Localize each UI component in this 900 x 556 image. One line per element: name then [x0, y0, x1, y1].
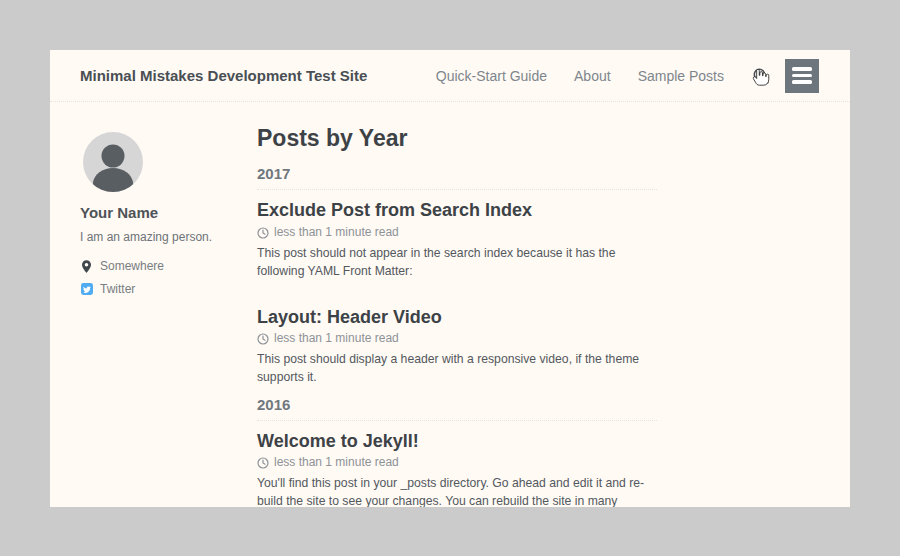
masthead-nav: Quick-Start Guide About Sample Posts — [436, 68, 724, 84]
nav-link-quick-start-guide[interactable]: Quick-Start Guide — [436, 68, 547, 84]
clock-icon — [257, 227, 269, 239]
author-location: Somewhere — [80, 259, 248, 273]
post-meta: less than 1 minute read — [257, 331, 657, 346]
read-time: less than 1 minute read — [274, 331, 399, 346]
search-icon — [752, 67, 770, 85]
author-bio: I am an amazing person. — [80, 230, 248, 244]
clock-icon — [257, 457, 269, 469]
clock-icon — [257, 333, 269, 345]
year-section-2016: 2016 Welcome to Jekyll! less than 1 minu… — [257, 396, 657, 507]
avatar — [83, 132, 143, 192]
map-marker-icon — [80, 260, 93, 273]
year-section-2017: 2017 Exclude Post from Search Index less… — [257, 165, 657, 386]
post-title-link[interactable]: Exclude Post from Search Index — [257, 200, 657, 221]
nav-link-sample-posts[interactable]: Sample Posts — [638, 68, 724, 84]
read-time: less than 1 minute read — [274, 225, 399, 240]
post-title-link[interactable]: Welcome to Jekyll! — [257, 431, 657, 452]
archive-content: Posts by Year 2017 Exclude Post from Sea… — [257, 125, 657, 507]
author-name: Your Name — [80, 204, 248, 221]
read-time: less than 1 minute read — [274, 455, 399, 470]
author-twitter-link[interactable]: Twitter — [80, 282, 248, 296]
nav-link-about[interactable]: About — [574, 68, 611, 84]
post-item: Layout: Header Video less than 1 minute … — [257, 307, 657, 387]
site-title[interactable]: Minimal Mistakes Development Test Site — [80, 67, 367, 84]
post-meta: less than 1 minute read — [257, 455, 657, 470]
page-title: Posts by Year — [257, 125, 657, 151]
author-location-label: Somewhere — [100, 259, 164, 273]
post-excerpt: You'll find this post in your _posts dir… — [257, 475, 657, 507]
author-sidebar: Your Name I am an amazing person. Somewh… — [80, 132, 248, 305]
masthead: Minimal Mistakes Development Test Site Q… — [50, 50, 850, 102]
post-item: Exclude Post from Search Index less than… — [257, 200, 657, 280]
post-title-link[interactable]: Layout: Header Video — [257, 307, 657, 328]
year-heading: 2016 — [257, 396, 657, 421]
post-excerpt: This post should not appear in the searc… — [257, 245, 657, 280]
menu-toggle-button[interactable] — [785, 59, 819, 93]
search-button[interactable] — [752, 67, 770, 85]
post-excerpt: This post should display a header with a… — [257, 351, 657, 386]
author-twitter-label: Twitter — [100, 282, 135, 296]
page-card: Minimal Mistakes Development Test Site Q… — [50, 50, 850, 507]
author-links: Somewhere Twitter — [80, 259, 248, 296]
post-meta: less than 1 minute read — [257, 225, 657, 240]
year-heading: 2017 — [257, 165, 657, 190]
post-item: Welcome to Jekyll! less than 1 minute re… — [257, 431, 657, 507]
twitter-icon — [80, 283, 93, 295]
